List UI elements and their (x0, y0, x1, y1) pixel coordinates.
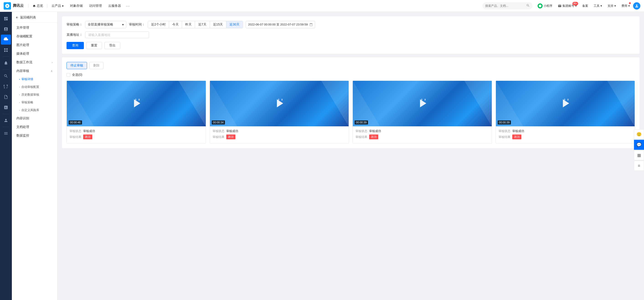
time-btn-yesterday[interactable]: 昨天 (182, 21, 195, 28)
user-avatar[interactable] (633, 2, 640, 9)
filter-card: 审核策略： 全部直播审核策略 ▾ 审核时间： 近2个小时 今天 昨天 近7天 近… (62, 16, 640, 54)
main-layout: 返回桶列表 文件管理 存储桶配置 图片处理 媒体处理 数据工作流 › 内容审核 … (0, 12, 644, 300)
reset-button[interactable]: 重置 (86, 42, 102, 49)
time-buttons: 近2个小时 今天 昨天 近7天 近15天 近30天 (148, 21, 243, 28)
chevron-right-icon: › (52, 61, 53, 64)
logo-icon (4, 2, 11, 9)
chevron-up-icon: ∧ (50, 69, 53, 73)
sidebar-item-data-workflow[interactable]: 数据工作流 › (12, 58, 57, 67)
sidebar-item-content-audit[interactable]: 内容审核 ∧ (12, 67, 57, 75)
time-btn-today[interactable]: 今天 (169, 21, 182, 28)
results-toolbar: 停止审核 删除 (66, 62, 635, 69)
filter-row-strategy: 审核策略： 全部直播审核策略 ▾ 审核时间： 近2个小时 今天 昨天 近7天 近… (66, 21, 635, 28)
sidebar-item-file-mgmt[interactable]: 文件管理 (12, 23, 57, 32)
icon-sidebar-search[interactable] (1, 71, 11, 81)
icon-sidebar-grid[interactable] (1, 45, 11, 55)
status-value: 审核成功 (226, 129, 238, 133)
sidebar-item-image-processing[interactable]: 图片处理 (12, 41, 57, 49)
float-feedback-btn[interactable]: 🙂 (634, 129, 644, 139)
icon-sidebar-overview[interactable] (1, 14, 11, 24)
strategy-label: 审核策略： (66, 22, 82, 27)
icon-sidebar-monitor[interactable] (1, 102, 11, 112)
nav-more[interactable]: ··· (124, 0, 132, 12)
icon-sidebar-settings[interactable] (1, 58, 11, 68)
nav-cloud-products[interactable]: 云产品 ▾ (48, 0, 67, 12)
date-range-text: 2022-06-07 00:00:00 至 2022-07-07 23:59:5… (248, 22, 308, 27)
video-card[interactable]: 00:00:46 审核状态 审核成功 审核结果 政治 (66, 81, 206, 144)
logo[interactable]: 腾讯云 (4, 2, 24, 9)
icon-sidebar-storage[interactable] (1, 35, 11, 45)
sidebar-sub-audit-detail[interactable]: 审核详情 (12, 75, 57, 83)
sidebar-item-media-processing[interactable]: 媒体处理 (12, 49, 57, 58)
export-button[interactable]: 导出 (104, 42, 120, 49)
video-grid: 00:00:46 审核状态 审核成功 审核结果 政治 00:00:34 (66, 81, 635, 144)
nav-support[interactable]: 支持 ▾ (605, 0, 618, 12)
float-menu-btn[interactable]: ≡ (634, 161, 644, 171)
delete-button[interactable]: 删除 (89, 62, 104, 69)
result-key: 审核结果 (498, 135, 510, 139)
nav-sidebar: 返回桶列表 文件管理 存储桶配置 图片处理 媒体处理 数据工作流 › 内容审核 … (12, 12, 58, 300)
sidebar-item-data-monitor[interactable]: 数据监控 (12, 131, 57, 140)
sidebar-sub-history-audit[interactable]: 历史数据审核 (12, 91, 57, 99)
nav-cloud-server[interactable]: 云服务器 (105, 0, 124, 12)
float-chat-btn[interactable]: 💬 (634, 140, 644, 150)
icon-sidebar-user[interactable] (1, 115, 11, 125)
result-tag: 政治 (226, 135, 236, 139)
time-btn-2hours[interactable]: 近2个小时 (148, 21, 169, 28)
select-all-checkbox[interactable] (66, 73, 70, 77)
strategy-select[interactable]: 全部直播审核策略 ▾ (85, 21, 126, 28)
video-info: 审核状态 审核成功 审核结果 政治 (353, 126, 492, 143)
nav-billing[interactable]: 费用 ▾ ​ (619, 0, 632, 12)
video-card[interactable]: 00:00:39 审核状态 审核成功 审核结果 政治 (352, 81, 492, 144)
icon-sidebar-scan[interactable] (1, 81, 11, 91)
sidebar-item-doc-processing[interactable]: 文档处理 (12, 123, 57, 131)
sidebar-back-btn[interactable]: 返回桶列表 (12, 12, 57, 22)
sidebar-sub-custom-risk[interactable]: 自定义风险库 (12, 106, 57, 114)
address-label: 直播地址： (66, 33, 82, 37)
nav-home[interactable]: 总览 (30, 0, 46, 12)
result-tag: 政治 (369, 135, 378, 139)
status-value: 审核成功 (512, 129, 524, 133)
main-content: 审核策略： 全部直播审核策略 ▾ 审核时间： 近2个小时 今天 昨天 近7天 近… (58, 12, 644, 300)
time-btn-30days[interactable]: 近30天 (226, 21, 243, 28)
time-btn-7days[interactable]: 近7天 (195, 21, 210, 28)
time-label: 审核时间： (129, 22, 145, 27)
nav-mini-app[interactable]: 小程序 (535, 0, 555, 12)
nav-group-account[interactable]: 集团账号 ▾ 99+ (556, 0, 579, 12)
stop-audit-button[interactable]: 停止审核 (66, 62, 87, 69)
nav-object-storage[interactable]: 对象存储 (67, 0, 86, 12)
sidebar-sub-auto-audit-config[interactable]: 自动审核配置 (12, 83, 57, 91)
query-button[interactable]: 查询 (66, 42, 84, 49)
sidebar-menu: 文件管理 存储桶配置 图片处理 媒体处理 数据工作流 › 内容审核 ∧ 审核详情 (12, 22, 57, 141)
sidebar-sub-audit-strategy[interactable]: 审核策略 (12, 99, 57, 106)
date-range-picker[interactable]: 2022-06-07 00:00:00 至 2022-07-07 23:59:5… (246, 21, 316, 28)
icon-sidebar-dashboard[interactable] (1, 24, 11, 34)
search-icon[interactable] (526, 4, 530, 8)
icon-sidebar-menu[interactable] (1, 128, 11, 138)
search-input[interactable] (485, 4, 524, 7)
chevron-down-icon3: ▾ (600, 4, 602, 7)
strategy-select-value: 全部直播审核策略 (88, 22, 113, 27)
video-card[interactable]: 00:00:34 审核状态 审核成功 审核结果 政治 (210, 81, 349, 144)
nav-access-mgmt[interactable]: 访问管理 (86, 0, 105, 12)
result-tag: 政治 (512, 135, 522, 139)
sidebar-item-content-recognition[interactable]: 内容识别 (12, 114, 57, 123)
video-thumbnail[interactable]: 00:00:39 (353, 81, 492, 126)
video-thumbnail[interactable]: 00:00:46 (67, 81, 206, 126)
select-all-label[interactable]: 全选(0) (72, 73, 82, 77)
video-thumbnail[interactable]: 00:00:39 (496, 81, 635, 126)
video-card[interactable]: 00:00:39 审核状态 审核成功 审核结果 政治 (496, 81, 635, 144)
float-barcode-btn[interactable]: ▦ (634, 150, 644, 160)
billing-badge: ​ (629, 2, 631, 4)
play-icon (130, 96, 143, 111)
play-icon (416, 96, 429, 111)
nav-divider (28, 4, 28, 8)
icon-sidebar-doc[interactable] (1, 92, 11, 102)
sidebar-item-bucket-config[interactable]: 存储桶配置 (12, 32, 57, 41)
nav-tools[interactable]: 工具 ▾ (591, 0, 604, 12)
result-key: 审核结果 (70, 135, 81, 139)
video-thumbnail[interactable]: 00:00:34 (210, 81, 349, 126)
address-input[interactable] (85, 31, 149, 38)
time-btn-15days[interactable]: 近15天 (210, 21, 226, 28)
nav-filing[interactable]: 备案 (580, 0, 590, 12)
